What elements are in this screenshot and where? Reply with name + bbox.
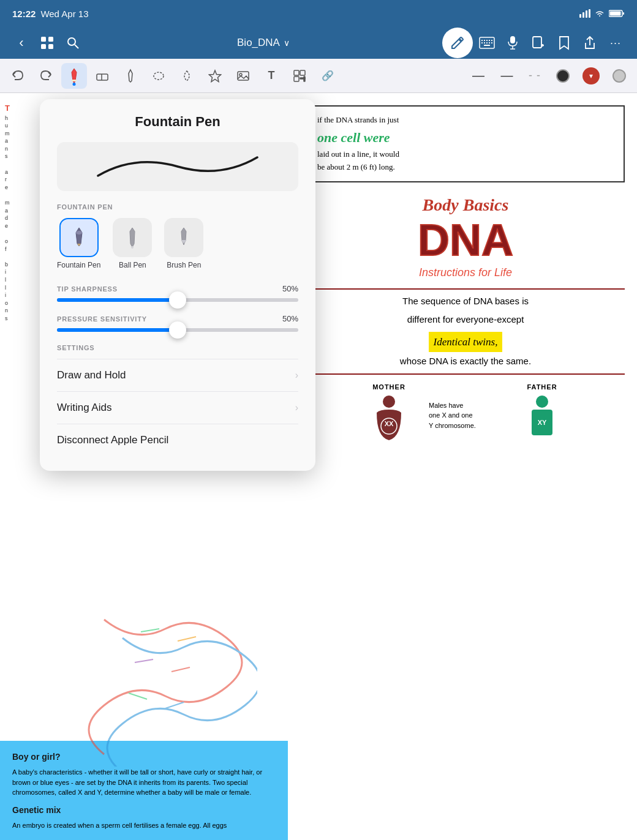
male-desc: Males have one X and one Y chromosome. bbox=[429, 382, 502, 450]
right-panel: if the DNA strands in just one cell were… bbox=[294, 93, 637, 462]
line-dashed-button[interactable]: - - bbox=[522, 63, 548, 89]
brush-pen-svg bbox=[175, 227, 192, 249]
mother-label: MOTHER bbox=[372, 382, 405, 392]
tip-sharpness-fill bbox=[57, 298, 178, 302]
fact-line4: be about 2 m (6 ft) long. bbox=[317, 161, 614, 174]
svg-rect-7 bbox=[41, 37, 46, 42]
svg-rect-42 bbox=[304, 77, 305, 81]
pencil-tool-button[interactable] bbox=[118, 63, 143, 89]
status-icons bbox=[579, 9, 625, 18]
svg-rect-19 bbox=[481, 42, 483, 43]
svg-rect-23 bbox=[491, 42, 492, 43]
disconnect-pencil-item[interactable]: Disconnect Apple Pencil bbox=[57, 424, 298, 456]
undo-icon bbox=[11, 70, 24, 82]
redo-icon bbox=[39, 70, 53, 82]
draw-and-hold-item[interactable]: Draw and Hold › bbox=[57, 359, 298, 391]
add-page-icon bbox=[532, 36, 545, 50]
undo-button[interactable] bbox=[5, 63, 31, 89]
pen-preview bbox=[57, 142, 298, 191]
pressure-sensitivity-label: PRESSURE SENSITIVITY bbox=[57, 315, 147, 323]
fact-line1: if the DNA strands in just bbox=[317, 114, 614, 127]
keyboard-button[interactable] bbox=[475, 31, 499, 54]
text-button[interactable]: T bbox=[258, 63, 284, 89]
shape-button[interactable] bbox=[174, 63, 200, 89]
bottom-text: A baby's characteristics - whether it wi… bbox=[12, 767, 276, 798]
color-dropdown-button[interactable]: ▾ bbox=[578, 63, 604, 89]
title-bar: ‹ Bio_DNA ∨ bbox=[0, 27, 637, 59]
svg-rect-40 bbox=[294, 77, 299, 81]
pen-style-row: Fountain Pen Ball Pen bbox=[57, 218, 298, 269]
dna-title: DNA bbox=[306, 218, 625, 262]
color-gray-button[interactable] bbox=[606, 63, 632, 89]
title-center: Bio_DNA ∨ bbox=[237, 37, 290, 49]
pressure-sensitivity-thumb[interactable] bbox=[169, 321, 186, 339]
brush-pen-option[interactable]: Brush Pen bbox=[164, 218, 203, 269]
svg-rect-21 bbox=[486, 42, 488, 43]
color-gray-swatch bbox=[612, 69, 626, 83]
add-button[interactable] bbox=[527, 31, 550, 54]
svg-line-51 bbox=[135, 659, 153, 662]
brush-pen-icon bbox=[164, 218, 203, 257]
title-chevron: ∨ bbox=[284, 38, 290, 48]
grid-button[interactable] bbox=[36, 31, 59, 54]
color-dark-button[interactable] bbox=[550, 63, 576, 89]
identical-twins-text: Identical twins, bbox=[429, 332, 503, 353]
draw-and-hold-label: Draw and Hold bbox=[57, 369, 126, 381]
ball-pen-svg bbox=[124, 227, 141, 249]
share-icon bbox=[584, 36, 596, 50]
father-label: FATHER bbox=[527, 382, 557, 392]
svg-rect-39 bbox=[300, 70, 305, 75]
share-button[interactable] bbox=[578, 31, 601, 54]
svg-rect-20 bbox=[484, 42, 485, 43]
tip-sharpness-track[interactable] bbox=[57, 298, 298, 302]
tip-sharpness-thumb[interactable] bbox=[169, 291, 186, 309]
line-medium-button[interactable]: — bbox=[494, 63, 519, 89]
body-basics-title: Body Basics bbox=[306, 192, 625, 218]
battery-icon bbox=[609, 9, 625, 18]
lasso-button[interactable] bbox=[146, 63, 172, 89]
tip-sharpness-value: 50% bbox=[282, 284, 298, 293]
line-solid-button[interactable]: — bbox=[466, 63, 491, 89]
star-button[interactable] bbox=[202, 63, 228, 89]
pressure-sensitivity-value: 50% bbox=[282, 314, 298, 323]
svg-point-46 bbox=[536, 396, 548, 408]
bookmark-button[interactable] bbox=[552, 31, 576, 54]
color-dark-swatch bbox=[556, 69, 570, 83]
disconnect-pencil-label: Disconnect Apple Pencil bbox=[57, 434, 168, 446]
ball-pen-option[interactable]: Ball Pen bbox=[113, 218, 152, 269]
more-button[interactable]: ··· bbox=[604, 31, 627, 54]
status-bar: 12:22 Wed Apr 13 bbox=[0, 0, 637, 27]
image-button[interactable] bbox=[230, 63, 256, 89]
pen-tool-button[interactable] bbox=[61, 63, 87, 89]
fountain-pen-label: Fountain Pen bbox=[57, 261, 100, 269]
svg-point-11 bbox=[68, 38, 75, 45]
scan-button[interactable] bbox=[287, 63, 312, 89]
writing-aids-label: Writing Aids bbox=[57, 402, 111, 414]
svg-line-54 bbox=[165, 702, 184, 708]
draw-and-hold-chevron: › bbox=[295, 370, 298, 381]
pencil-tool-icon bbox=[124, 69, 137, 83]
fountain-pen-option[interactable]: Fountain Pen bbox=[57, 218, 100, 269]
fountain-pen-svg bbox=[70, 227, 88, 249]
status-time: 12:22 bbox=[12, 9, 36, 19]
pen-style-label: Fountain Pen bbox=[57, 203, 298, 211]
svg-line-49 bbox=[141, 629, 159, 632]
ball-pen-label: Ball Pen bbox=[119, 261, 146, 269]
tip-sharpness-label: TIP SHARPNESS bbox=[57, 285, 118, 293]
pressure-sensitivity-track[interactable] bbox=[57, 328, 298, 332]
redo-button[interactable] bbox=[33, 63, 59, 89]
svg-rect-5 bbox=[610, 12, 621, 16]
search-button[interactable] bbox=[61, 31, 85, 54]
status-date: Wed Apr 13 bbox=[40, 9, 88, 19]
back-button[interactable]: ‹ bbox=[10, 31, 33, 54]
eraser-button[interactable] bbox=[89, 63, 115, 89]
pencil-active-button[interactable] bbox=[442, 28, 473, 58]
writing-aids-item[interactable]: Writing Aids › bbox=[57, 391, 298, 424]
pressure-sensitivity-fill bbox=[57, 328, 178, 332]
mic-button[interactable] bbox=[501, 31, 524, 54]
image-icon bbox=[236, 69, 250, 83]
mic-icon bbox=[507, 36, 518, 50]
father-figure: XY bbox=[521, 394, 564, 449]
link-button[interactable]: 🔗 bbox=[315, 63, 341, 89]
svg-rect-3 bbox=[589, 9, 590, 18]
